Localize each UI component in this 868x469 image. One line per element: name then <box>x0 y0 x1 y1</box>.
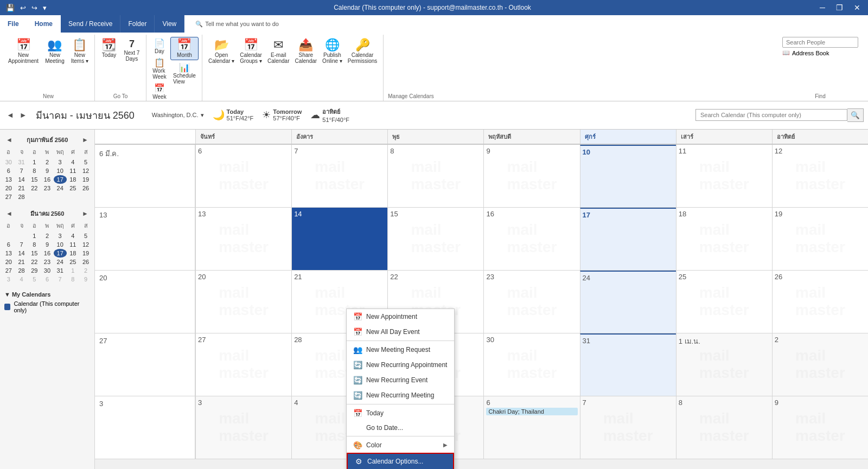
share-calendar-btn[interactable]: 📤 ShareCalendar <box>292 37 320 66</box>
tell-me-bar[interactable]: 🔍 Tell me what you want to do <box>184 15 868 33</box>
mini-cal-prev-btn[interactable]: ◄ <box>4 136 14 144</box>
day-cell-17[interactable]: 17 <box>580 208 676 270</box>
open-calendar-btn[interactable]: 📂 OpenCalendar ▾ <box>206 37 237 66</box>
mini-cal-day[interactable]: 8 <box>28 166 41 175</box>
mini-cal-day[interactable] <box>41 192 54 201</box>
mini-cal-day[interactable]: 14 <box>15 175 28 184</box>
mini-cal-day[interactable]: 28 <box>15 192 28 201</box>
mini-cal-day[interactable] <box>54 192 67 201</box>
ctx-new-recurring-meeting[interactable]: 🔄 New Recurring Meeting <box>347 388 454 403</box>
mini-cal-day[interactable]: 23 <box>41 258 54 266</box>
new-appointment-btn[interactable]: 📅 NewAppointment <box>5 37 41 66</box>
day-cell-26[interactable]: 26 mailmaster <box>772 271 868 333</box>
mini-cal-day[interactable]: 4 <box>67 158 80 166</box>
mini-cal-day[interactable]: 22 <box>28 258 41 266</box>
qa-more-btn[interactable]: ▾ <box>41 3 48 13</box>
mini-cal-day[interactable]: 6 <box>2 240 15 249</box>
mini-cal-day[interactable]: 10 <box>54 240 67 249</box>
schedule-view-btn[interactable]: 📊 ScheduleView <box>171 61 198 86</box>
mini-cal-day[interactable]: 6 <box>2 166 15 175</box>
mini-cal-mar-today[interactable]: 17 <box>54 249 67 258</box>
mini-cal-day[interactable]: 2 <box>41 158 54 166</box>
mini-cal-day[interactable]: 7 <box>54 275 67 284</box>
new-meeting-btn[interactable]: 👥 NewMeeting <box>42 37 67 66</box>
mini-cal-today[interactable]: 17 <box>54 175 67 184</box>
mini-cal-day[interactable]: 30 <box>41 266 54 275</box>
day-cell-30[interactable]: 30 mailmaster <box>483 333 579 396</box>
mini-cal-day[interactable]: 3 <box>54 158 67 166</box>
ctx-new-appointment[interactable]: 📅 New Appointment <box>347 309 454 324</box>
mini-cal-day[interactable]: 20 <box>2 258 15 266</box>
publish-online-btn[interactable]: 🌐 PublishOnline ▾ <box>320 37 345 66</box>
mini-cal-day[interactable]: 13 <box>2 175 15 184</box>
mini-cal-day[interactable]: 4 <box>67 232 80 240</box>
mini-cal-day[interactable] <box>2 232 15 240</box>
day-cell-11[interactable]: 11 mailmaster <box>676 145 772 207</box>
mini-cal-day[interactable]: 2 <box>41 232 54 240</box>
minimize-btn[interactable]: ─ <box>816 2 828 13</box>
mini-cal-day[interactable]: 24 <box>54 184 67 192</box>
mini-cal-day[interactable]: 3 <box>54 232 67 240</box>
ctx-goto-date[interactable]: Go to Date... <box>347 421 454 435</box>
day-cell-27[interactable]: 27 mailmaster <box>195 333 291 396</box>
mini-cal-day[interactable]: 11 <box>67 166 80 175</box>
workweek-view-btn[interactable]: 📋 WorkWeek <box>150 56 169 81</box>
mini-cal-day[interactable]: 24 <box>54 258 67 266</box>
day-cell-23[interactable]: 23 mailmaster <box>483 271 579 333</box>
mini-cal-day[interactable]: 15 <box>28 175 41 184</box>
search-people-input[interactable] <box>782 37 858 48</box>
mini-cal-day[interactable]: 5 <box>79 232 92 240</box>
mini-cal-day[interactable]: 25 <box>67 258 80 266</box>
day-cell-6[interactable]: 6 mailmaster <box>195 145 291 207</box>
day-cell-2apr[interactable]: 2 mailmaster <box>772 333 868 396</box>
tab-send-receive[interactable]: Send / Receive <box>61 15 120 33</box>
mini-cal-day[interactable]: 5 <box>79 158 92 166</box>
mini-cal-day[interactable]: 4 <box>15 275 28 284</box>
tab-folder[interactable]: Folder <box>120 15 155 33</box>
nav-arrows[interactable]: ◄ ► <box>4 110 29 120</box>
day-cell-31[interactable]: 31 <box>580 333 676 396</box>
mini-cal-day[interactable]: 1 <box>28 158 41 166</box>
month-view-btn[interactable]: 📅 Month <box>170 37 199 60</box>
mini-cal-day[interactable]: 10 <box>54 166 67 175</box>
mini-cal-day[interactable]: 21 <box>15 258 28 266</box>
day-cell-10[interactable]: 10 <box>580 145 676 207</box>
mini-cal-day[interactable]: 8 <box>67 275 80 284</box>
day-cell-1apr[interactable]: 1 เม.น. mailmaster <box>676 333 772 396</box>
search-calendar-btn[interactable]: 🔍 <box>847 108 864 122</box>
calendar-permissions-btn[interactable]: 🔑 CalendarPermissions <box>345 37 380 66</box>
mini-cal-day[interactable]: 26 <box>79 258 92 266</box>
mini-cal-day[interactable]: 21 <box>15 184 28 192</box>
mini-cal-day[interactable]: 25 <box>67 184 80 192</box>
calendar-item[interactable]: Calendar (This computer only) <box>2 299 92 315</box>
qa-redo-btn[interactable]: ↪ <box>30 3 39 13</box>
mini-cal-day[interactable]: 7 <box>15 240 28 249</box>
mini-cal-mar-next-btn[interactable]: ► <box>80 209 90 218</box>
tab-view[interactable]: View <box>155 15 184 33</box>
mini-cal-day[interactable]: 29 <box>28 266 41 275</box>
day-cell-12[interactable]: 12 mailmaster <box>772 145 868 207</box>
qa-save-btn[interactable]: 💾 <box>4 3 16 13</box>
day-cell-16[interactable]: 16 mailmaster <box>483 208 579 270</box>
mini-cal-day[interactable]: 6 <box>41 275 54 284</box>
today-btn[interactable]: 📆 Today <box>98 37 120 60</box>
search-calendar-input[interactable] <box>695 109 847 121</box>
day-cell-8[interactable]: 8 mailmaster <box>387 145 483 207</box>
mini-cal-day[interactable]: 12 <box>79 240 92 249</box>
day-cell-18[interactable]: 18 mailmaster <box>676 208 772 270</box>
mini-cal-day[interactable]: 16 <box>41 249 54 258</box>
day-cell-15[interactable]: 15 mailmaster <box>387 208 483 270</box>
mini-cal-mar-prev-btn[interactable]: ◄ <box>4 209 14 218</box>
day-cell-20[interactable]: 20 mailmaster <box>195 271 291 333</box>
mini-cal-day[interactable]: 30 <box>2 158 15 166</box>
new-items-btn[interactable]: 📋 NewItems ▾ <box>68 37 91 66</box>
tab-home[interactable]: Home <box>27 15 61 33</box>
mini-cal-day[interactable]: 26 <box>79 184 92 192</box>
mini-cal-day[interactable]: 22 <box>28 184 41 192</box>
mini-cal-next-btn[interactable]: ► <box>80 136 90 144</box>
mini-cal-day[interactable]: 8 <box>28 240 41 249</box>
ctx-today[interactable]: 📅 Today <box>347 406 454 421</box>
day-cell-14[interactable]: 14 <box>291 208 387 270</box>
mini-cal-day[interactable]: 11 <box>67 240 80 249</box>
email-calendar-btn[interactable]: ✉ E-mailCalendar <box>265 37 292 66</box>
